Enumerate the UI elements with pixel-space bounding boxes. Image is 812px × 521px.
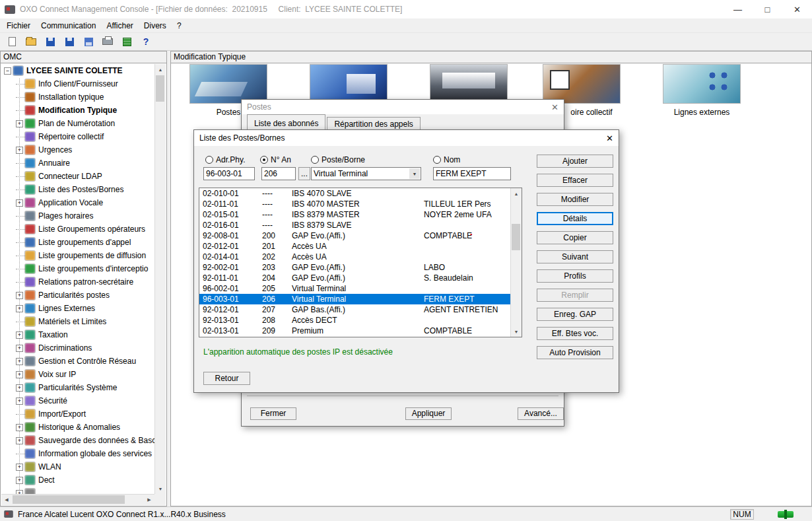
tree-item-lycee-sainte-colette[interactable]: −LYCEE SAINTE COLETTE	[1, 64, 154, 77]
auto-provision-button[interactable]: Auto Provision	[537, 346, 613, 359]
tree-item-plan-de-numerotation[interactable]: +Plan de Numérotation	[1, 117, 154, 130]
menu-afficher[interactable]: Afficher	[101, 20, 138, 32]
tree-item-relations-patron-secretaire[interactable]: Relations patron-secrétaire	[1, 275, 154, 289]
tree-item-taxation[interactable]: +Taxation	[1, 328, 154, 341]
close-button[interactable]: ✕	[782, 0, 812, 18]
table-row[interactable]: 02-016-01----IBS 8379 SLAVE	[199, 220, 510, 230]
tree-item-gestion-et-controle-reseau[interactable]: +Gestion et Contrôle Réseau	[1, 355, 154, 368]
no-annuaire-input[interactable]	[261, 167, 296, 180]
ajouter-button[interactable]: Ajouter	[537, 155, 613, 168]
tree-item-voix-sur-ip[interactable]: +Voix sur IP	[1, 368, 154, 381]
menu-communication[interactable]: Communication	[36, 20, 101, 32]
table-row[interactable]: 96-002-01205Virtual Terminal	[199, 283, 510, 294]
scroll-up-icon[interactable]: ▲	[511, 188, 522, 199]
table-row[interactable]: 02-014-01202Accès UA	[199, 252, 510, 262]
expand-box[interactable]: +	[16, 305, 23, 312]
save-as-button[interactable]	[61, 34, 77, 49]
expand-box[interactable]: +	[16, 477, 23, 484]
table-row[interactable]: 02-010-01----IBS 4070 SLAVE	[199, 188, 510, 199]
vertical-scroll-thumb[interactable]	[156, 75, 164, 102]
new-file-button[interactable]	[4, 34, 20, 49]
expand-box[interactable]: +	[16, 358, 23, 365]
scroll-right-icon[interactable]: ▶	[144, 495, 154, 505]
log-table-button[interactable]	[119, 34, 135, 49]
radio-poste-borne[interactable]: Poste/Borne	[311, 155, 365, 164]
horizontal-scroll-thumb[interactable]	[13, 495, 125, 504]
tree-item-liste-groupements-operateurs[interactable]: Liste Groupements opérateurs	[1, 223, 154, 236]
radio-adr-phy[interactable]: Adr.Phy.	[205, 155, 245, 164]
retour-button[interactable]: Retour	[203, 372, 250, 385]
tree-item-particularites-postes[interactable]: +Particularités postes	[1, 289, 154, 302]
tree-item-partial[interactable]: +	[1, 487, 154, 494]
tree-item-information-globale-des-services[interactable]: Information globale des services	[1, 447, 154, 460]
minimize-button[interactable]: —	[723, 0, 753, 18]
tree-item-import-export[interactable]: Import/Export	[1, 407, 154, 421]
scroll-down-icon[interactable]: ▼	[511, 326, 522, 337]
effacer-button[interactable]: Effacer	[537, 174, 613, 187]
tree-item-lignes-externes[interactable]: +Lignes Externes	[1, 302, 154, 315]
expand-box[interactable]: +	[16, 371, 23, 378]
table-row[interactable]: 02-012-01201Accès UA	[199, 241, 510, 252]
scroll-down-icon[interactable]: ▼	[155, 483, 166, 494]
tree-item-installation-typique[interactable]: Installation typique	[1, 90, 154, 104]
tab-liste-des-abonnes[interactable]: Liste des abonnés	[247, 114, 325, 130]
profils-button[interactable]: Profils	[537, 269, 613, 283]
table-row[interactable]: 96-003-01206Virtual TerminalFERM EXEPT	[199, 294, 510, 304]
help-button[interactable]	[138, 34, 154, 49]
tree-horizontal-scrollbar[interactable]: ◀ ▶	[1, 494, 154, 505]
table-row[interactable]: 02-011-01----IBS 4070 MASTERTILLEUL 1ER …	[199, 199, 510, 209]
tree-item-liste-groupements-d-appel[interactable]: Liste groupements d'appel	[1, 236, 154, 249]
tree-item-annuaire[interactable]: Annuaire	[1, 156, 154, 170]
menu-help[interactable]: ?	[172, 20, 187, 32]
expand-box[interactable]: +	[16, 199, 23, 207]
nom-input[interactable]	[433, 167, 511, 180]
expand-box[interactable]: +	[16, 398, 23, 405]
menu-divers[interactable]: Divers	[139, 20, 172, 32]
scroll-up-icon[interactable]: ▲	[155, 64, 166, 75]
tree-item-plages-horaires[interactable]: Plages horaires	[1, 209, 154, 223]
tree-item-sauvegarde-des-donnees-basc[interactable]: +Sauvegarde des données & Basc	[1, 434, 154, 447]
expand-box[interactable]: +	[16, 345, 23, 352]
type-dropdown[interactable]: Virtual Terminal ▼	[311, 167, 421, 180]
tree-item-urgences[interactable]: +Urgences	[1, 143, 154, 156]
expand-box[interactable]: +	[16, 384, 23, 392]
export-floppy-button[interactable]	[81, 34, 96, 49]
vertical-scroll-thumb[interactable]	[512, 224, 520, 250]
tree-item-application-vocale[interactable]: +Application Vocale	[1, 196, 154, 209]
appliquer-button[interactable]: Appliquer	[405, 407, 452, 420]
expand-box[interactable]: +	[16, 331, 23, 339]
expand-box[interactable]: +	[16, 147, 23, 154]
fermer-button[interactable]: Fermer	[250, 407, 296, 420]
tree-item-repertoire-collectif[interactable]: Répertoire collectif	[1, 130, 154, 143]
tree-item-modification-typique[interactable]: Modification Typique	[1, 104, 154, 117]
open-folder-button[interactable]	[23, 34, 39, 49]
browse-button[interactable]: ...	[298, 167, 310, 180]
suivant-button[interactable]: Suivant	[537, 250, 613, 263]
tree-item-securite[interactable]: +Sécurité	[1, 394, 154, 407]
maximize-button[interactable]: □	[753, 0, 782, 18]
adr-phy-input[interactable]	[203, 167, 255, 180]
table-row[interactable]: 02-013-01209PremiumCOMPTABLE	[199, 326, 510, 336]
tree-item-liste-groupements-d-interceptio[interactable]: Liste groupements d'interceptio	[1, 262, 154, 275]
print-button[interactable]	[100, 34, 116, 49]
expand-box[interactable]: +	[16, 437, 23, 444]
radio-nom[interactable]: Nom	[433, 155, 460, 164]
tree-item-discriminations[interactable]: +Discriminations	[1, 341, 154, 355]
list-dialog-close-button[interactable]: ✕	[606, 133, 613, 143]
copier-button[interactable]: Copier	[537, 231, 613, 244]
postes-close-button[interactable]: ✕	[551, 102, 558, 112]
table-row[interactable]: 92-008-01200GAP Evo.(Affi.)COMPTABLE▪	[199, 230, 510, 241]
avance-button[interactable]: Avancé...	[518, 407, 564, 420]
expand-box[interactable]: +	[16, 292, 23, 299]
tile-lignes-externes[interactable]: Lignes externes	[652, 65, 751, 117]
tree-item-dect[interactable]: +Dect	[1, 473, 154, 487]
modifier-button[interactable]: Modifier	[537, 193, 613, 206]
collapse-box[interactable]: −	[4, 67, 11, 75]
tree-item-historique-anomalies[interactable]: +Historique & Anomalies	[1, 421, 154, 434]
table-row[interactable]: 92-002-01203GAP Evo.(Affi.)LABO	[199, 262, 510, 273]
list-vertical-scrollbar[interactable]: ▲ ▼	[510, 188, 522, 337]
table-row[interactable]: 92-012-01207GAP Bas.(Affi.)AGENT ENTRETI…	[199, 304, 510, 315]
tree-item-wlan[interactable]: +WLAN	[1, 460, 154, 473]
eff-btes-voc-button[interactable]: Eff. Btes voc.	[537, 327, 613, 340]
expand-box[interactable]: +	[16, 120, 23, 127]
